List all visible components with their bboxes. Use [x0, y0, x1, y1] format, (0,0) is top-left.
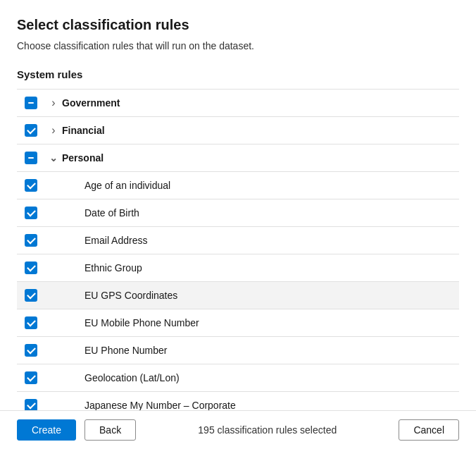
- rule-label-age: Age of an individual: [62, 180, 459, 191]
- checkbox-email[interactable]: [25, 234, 37, 247]
- rule-row-government[interactable]: Government: [17, 90, 459, 117]
- checkbox-area-eu-mobile: [17, 316, 45, 329]
- checkbox-ethnic[interactable]: [25, 262, 37, 274]
- rule-label-jmn-corporate: Japanese My Number – Corporate: [62, 400, 459, 410]
- rule-list: GovernmentFinancialPersonalAge of an ind…: [17, 89, 459, 410]
- rule-label-eu-mobile: EU Mobile Phone Number: [62, 317, 459, 328]
- footer: Create Back 195 classification rules sel…: [0, 410, 476, 449]
- chevron-right-icon: [51, 97, 55, 109]
- page-subtitle: Choose classification rules that will ru…: [17, 40, 459, 51]
- page-title: Select classification rules: [17, 17, 459, 33]
- checkbox-area-personal: [17, 152, 45, 164]
- checkbox-area-geolocation: [17, 371, 45, 384]
- section-title: System rules: [17, 68, 459, 80]
- chevron-down-icon: [49, 152, 58, 164]
- rule-label-financial: Financial: [62, 125, 459, 136]
- checkbox-area-financial: [17, 124, 45, 137]
- expander-financial[interactable]: [45, 124, 62, 137]
- back-button[interactable]: Back: [84, 419, 136, 441]
- create-button[interactable]: Create: [17, 419, 76, 441]
- footer-status: 195 classification rules selected: [144, 424, 390, 436]
- rule-row-jmn-corporate[interactable]: Japanese My Number – Corporate: [17, 392, 459, 410]
- rule-row-financial[interactable]: Financial: [17, 117, 459, 144]
- checkbox-area-email: [17, 234, 45, 247]
- checkbox-personal[interactable]: [25, 152, 37, 164]
- rule-label-personal: Personal: [62, 152, 459, 164]
- main-content: Select classification rules Choose class…: [0, 0, 476, 410]
- expander-government[interactable]: [45, 97, 62, 109]
- cancel-button[interactable]: Cancel: [399, 419, 459, 441]
- rule-row-ethnic[interactable]: Ethnic Group: [17, 254, 459, 282]
- checkbox-age[interactable]: [25, 179, 37, 192]
- checkbox-area-dob: [17, 207, 45, 219]
- checkbox-area-jmn-corporate: [17, 399, 45, 410]
- rule-label-government: Government: [62, 97, 459, 109]
- rule-label-email: Email Address: [62, 235, 459, 246]
- rule-label-eu-gps: EU GPS Coordinates: [62, 290, 459, 301]
- checkbox-eu-gps[interactable]: [25, 289, 37, 302]
- checkbox-area-government: [17, 97, 45, 109]
- rule-row-personal[interactable]: Personal: [17, 144, 459, 172]
- rule-label-geolocation: Geolocation (Lat/Lon): [62, 372, 459, 383]
- checkbox-area-eu-gps: [17, 289, 45, 302]
- checkbox-government[interactable]: [25, 97, 37, 109]
- rule-row-email[interactable]: Email Address: [17, 227, 459, 254]
- rule-row-age[interactable]: Age of an individual: [17, 172, 459, 199]
- checkbox-geolocation[interactable]: [25, 371, 37, 384]
- rule-row-eu-gps[interactable]: EU GPS Coordinates: [17, 282, 459, 309]
- rule-row-geolocation[interactable]: Geolocation (Lat/Lon): [17, 364, 459, 392]
- rule-label-dob: Date of Birth: [62, 207, 459, 219]
- checkbox-eu-mobile[interactable]: [25, 316, 37, 329]
- rule-row-eu-phone[interactable]: EU Phone Number: [17, 337, 459, 364]
- checkbox-area-age: [17, 179, 45, 192]
- checkbox-area-eu-phone: [17, 344, 45, 357]
- checkbox-area-ethnic: [17, 262, 45, 274]
- expander-personal[interactable]: [45, 152, 62, 164]
- chevron-right-icon: [51, 124, 55, 137]
- rule-label-eu-phone: EU Phone Number: [62, 345, 459, 356]
- rule-row-dob[interactable]: Date of Birth: [17, 199, 459, 227]
- checkbox-eu-phone[interactable]: [25, 344, 37, 357]
- checkbox-dob[interactable]: [25, 207, 37, 219]
- rule-label-ethnic: Ethnic Group: [62, 262, 459, 273]
- checkbox-jmn-corporate[interactable]: [25, 399, 37, 410]
- checkbox-financial[interactable]: [25, 124, 37, 137]
- rule-row-eu-mobile[interactable]: EU Mobile Phone Number: [17, 309, 459, 337]
